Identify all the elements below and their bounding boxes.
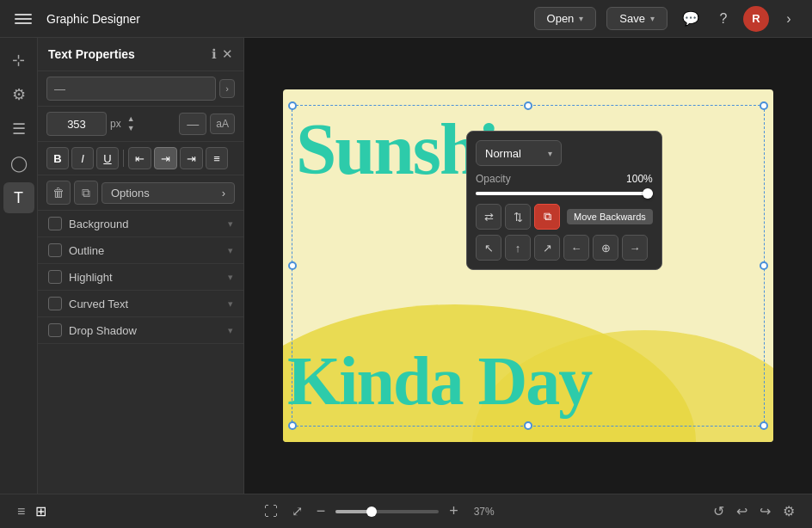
grid-view-button[interactable]: ⊞ bbox=[32, 500, 50, 523]
highlight-checkbox[interactable] bbox=[48, 270, 62, 284]
resize-button[interactable]: ⤢ bbox=[288, 500, 306, 523]
float-toolbar-align-row: ↖ ↑ ↗ ← ⊕ → bbox=[476, 235, 653, 261]
blend-mode-chevron-icon: ▾ bbox=[548, 149, 552, 158]
blend-mode-select[interactable]: Normal ▾ bbox=[476, 140, 562, 166]
tooltip-move-backwards: Move Backwards bbox=[567, 209, 653, 224]
select-tool-button[interactable]: ⊹ bbox=[3, 45, 34, 76]
font-size-input[interactable] bbox=[46, 112, 107, 136]
float-toolbar-arrange-row: ⇄ ⇅ ⧉ Move Backwards bbox=[476, 204, 653, 230]
size-aa-button[interactable]: aA bbox=[210, 114, 235, 134]
options-button[interactable]: Options › bbox=[102, 182, 235, 204]
size-up-button[interactable]: ▲ bbox=[125, 114, 138, 124]
curved-text-chevron-icon: ▾ bbox=[228, 298, 233, 310]
app-title: Graphic Designer bbox=[46, 12, 524, 26]
move-backwards-button[interactable]: ⧉ bbox=[534, 204, 560, 230]
opacity-label: Opacity bbox=[476, 173, 511, 185]
undo-button[interactable]: ↩ bbox=[733, 500, 751, 523]
float-toolbar-opacity-label-row: Opacity 100% bbox=[476, 173, 653, 185]
chat-button[interactable]: 💬 bbox=[678, 6, 704, 32]
font-expand-button[interactable]: › bbox=[219, 79, 235, 98]
redo-button[interactable]: ↪ bbox=[756, 500, 774, 523]
avatar[interactable]: R bbox=[743, 6, 769, 32]
align-mr-button[interactable]: → bbox=[622, 235, 648, 261]
section-outline[interactable]: Outline ▾ bbox=[38, 237, 243, 264]
opacity-slider-fill bbox=[476, 192, 653, 195]
options-chevron-icon: › bbox=[222, 187, 225, 200]
align-tr-button[interactable]: ↗ bbox=[534, 235, 560, 261]
underline-button[interactable]: U bbox=[96, 147, 119, 169]
handle-tr[interactable] bbox=[760, 101, 768, 110]
highlight-chevron-icon: ▾ bbox=[228, 272, 233, 283]
help-button[interactable]: ? bbox=[710, 6, 736, 32]
italic-button[interactable]: I bbox=[71, 147, 94, 169]
size-spinners: ▲ ▼ bbox=[125, 114, 138, 133]
drop-shadow-checkbox[interactable] bbox=[48, 323, 62, 337]
section-curved-text[interactable]: Curved Text ▾ bbox=[38, 291, 243, 317]
fit-button[interactable]: ⛶ bbox=[261, 500, 281, 523]
left-panel: Text Properties ℹ ✕ — › px ▲ ▼ — aA bbox=[38, 38, 244, 494]
align-tc-button[interactable]: ↑ bbox=[505, 235, 531, 261]
opacity-value: 100% bbox=[626, 173, 653, 185]
background-label: Background bbox=[69, 218, 221, 230]
canvas-area[interactable]: Normal ▾ Opacity 100% ⇄ ⇅ ⧉ Move Backwar… bbox=[244, 38, 812, 494]
duplicate-button[interactable]: ⧉ bbox=[74, 181, 98, 205]
options-label: Options bbox=[111, 187, 150, 200]
main: ⊹ ⚙ ☰ ◯ T Text Properties ℹ ✕ — › px ▲ bbox=[0, 38, 812, 494]
opacity-slider[interactable] bbox=[476, 192, 653, 195]
font-placeholder: — bbox=[54, 83, 65, 95]
align-tl-button[interactable]: ↖ bbox=[476, 235, 501, 261]
close-panel-button[interactable]: ✕ bbox=[222, 46, 233, 62]
shapes-button[interactable]: ◯ bbox=[3, 148, 34, 179]
header-icons: 💬 ? R › bbox=[678, 6, 802, 32]
panel-header-icons: ℹ ✕ bbox=[212, 46, 233, 62]
info-button[interactable]: ℹ bbox=[212, 46, 217, 62]
size-dash-button[interactable]: — bbox=[179, 113, 206, 135]
float-toolbar: Normal ▾ Opacity 100% ⇄ ⇅ ⧉ Move Backwar… bbox=[466, 131, 662, 270]
outline-chevron-icon: ▾ bbox=[228, 245, 233, 256]
bottom-bar: ≡ ⊞ ⛶ ⤢ − + 37% ↺ ↩ ↪ ⚙ bbox=[0, 494, 812, 528]
sidebar-toggle-button[interactable]: › bbox=[776, 6, 802, 32]
align-center-button[interactable]: ⇥ bbox=[154, 147, 177, 169]
background-checkbox[interactable] bbox=[48, 217, 62, 230]
background-chevron-icon: ▾ bbox=[228, 218, 233, 230]
align-justify-button[interactable]: ≡ bbox=[206, 147, 228, 169]
bottom-view-buttons: ≡ ⊞ bbox=[14, 500, 50, 523]
section-background[interactable]: Background ▾ bbox=[38, 211, 243, 237]
curved-text-checkbox[interactable] bbox=[48, 297, 62, 310]
align-left-button[interactable]: ⇤ bbox=[128, 147, 151, 169]
zoom-in-button[interactable]: + bbox=[446, 499, 462, 524]
panel-header: Text Properties ℹ ✕ bbox=[38, 38, 243, 71]
zoom-out-button[interactable]: − bbox=[313, 499, 329, 524]
text-tool-button[interactable]: T bbox=[3, 182, 34, 213]
tools-button[interactable]: ⚙ bbox=[3, 79, 34, 110]
outline-label: Outline bbox=[69, 244, 221, 257]
section-drop-shadow[interactable]: Drop Shadow ▾ bbox=[38, 317, 243, 344]
menu-button[interactable] bbox=[10, 6, 36, 32]
align-right-button[interactable]: ⇥ bbox=[180, 147, 203, 169]
outline-checkbox[interactable] bbox=[48, 243, 62, 257]
history-button[interactable]: ↺ bbox=[710, 500, 728, 523]
settings-button[interactable]: ⚙ bbox=[779, 500, 798, 523]
save-button[interactable]: Save ▾ bbox=[606, 7, 667, 30]
layers-view-button[interactable]: ≡ bbox=[14, 500, 28, 523]
align-ml-button[interactable]: ← bbox=[563, 235, 589, 261]
layers-button[interactable]: ☰ bbox=[3, 114, 34, 144]
size-down-button[interactable]: ▼ bbox=[125, 124, 138, 133]
zoom-slider-track[interactable] bbox=[335, 510, 439, 513]
opacity-slider-row bbox=[476, 192, 653, 195]
move-forward-button[interactable]: ⇅ bbox=[505, 204, 531, 230]
opacity-slider-thumb[interactable] bbox=[643, 188, 653, 199]
delete-button[interactable]: 🗑 bbox=[46, 181, 71, 205]
drop-shadow-chevron-icon: ▾ bbox=[228, 325, 233, 336]
bottom-right: ↺ ↩ ↪ ⚙ bbox=[710, 500, 798, 523]
align-mc-button[interactable]: ⊕ bbox=[593, 235, 618, 261]
font-selector[interactable]: — bbox=[46, 77, 216, 101]
zoom-slider-thumb[interactable] bbox=[366, 507, 377, 517]
section-highlight[interactable]: Highlight ▾ bbox=[38, 264, 243, 291]
open-button[interactable]: Open ▾ bbox=[534, 7, 597, 30]
menu-icon bbox=[15, 10, 32, 28]
drop-shadow-label: Drop Shadow bbox=[69, 324, 221, 337]
actions-row: 🗑 ⧉ Options › bbox=[38, 175, 243, 211]
move-back-button[interactable]: ⇄ bbox=[476, 204, 501, 230]
bold-button[interactable]: B bbox=[46, 147, 69, 169]
